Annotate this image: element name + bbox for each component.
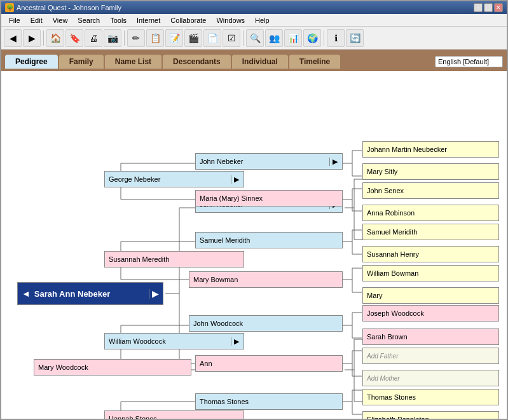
home-button[interactable]: 🏠 [46,29,64,47]
menu-view[interactable]: View [48,16,73,25]
gen4-3[interactable]: Anna Robinson [362,205,499,221]
close-button[interactable]: ✕ [494,3,503,12]
info-button[interactable]: ℹ [327,29,345,47]
menu-edit[interactable]: Edit [25,16,48,25]
gen4-7[interactable]: Mary [362,287,499,304]
gen4-13-name: Elizabeth Poppleton [367,416,429,419]
gen4-8[interactable]: Joseph Woodcock [362,305,499,322]
gen3-6-name: Thomas Stones [200,398,249,405]
app-window: 🌳 Ancestral Quest - Johnson Family − □ ✕… [0,0,508,420]
main-content: ◄ Sarah Ann Nebeker ▶ John Nebeker ▶ Mar… [1,71,507,419]
menu-collaborate[interactable]: Collaborate [165,16,211,25]
root-person[interactable]: ◄ Sarah Ann Nebeker ▶ [17,282,163,305]
gen3-5[interactable]: Ann [195,355,343,372]
forward-button[interactable]: ▶ [23,29,41,47]
sync-button[interactable]: 🔄 [346,29,364,47]
root-name: Sarah Ann Nebeker [34,289,110,299]
gen3-6[interactable]: Thomas Stones [195,393,343,410]
tab-namelist[interactable]: Name List [105,55,161,69]
camera-button[interactable]: 📷 [104,29,121,47]
gen3-4-name: John Woodcock [193,320,243,327]
pedigree-chart: ◄ Sarah Ann Nebeker ▶ John Nebeker ▶ Mar… [8,78,504,419]
app-icon: 🌳 [5,3,14,12]
tab-family[interactable]: Family [59,55,104,69]
gen3-5-name: Ann [200,360,212,367]
nav-arrow-left[interactable]: ◄ [22,288,31,299]
maximize-button[interactable]: □ [484,3,493,12]
gen4-4-name: Samuel Meridith [367,228,417,236]
gen4-1[interactable]: Mary Sitly [362,163,499,180]
gen3-0[interactable]: John Nebeker ▶ [195,153,343,170]
minimize-button[interactable]: − [474,3,483,12]
language-select[interactable]: English [Default] [435,56,503,67]
toolbar-separator-1 [43,30,44,46]
gen3-0-name: John Nebeker [200,158,244,165]
edit-button[interactable]: ✏ [127,29,145,47]
gen2-susannah[interactable]: Susannah Meredith [104,251,244,268]
tab-timeline[interactable]: Timeline [289,55,340,69]
gen4-11[interactable]: Add Mother [362,370,499,386]
menu-tools[interactable]: Tools [105,16,132,25]
gen4-12-name: Thomas Stones [367,393,416,401]
menu-search[interactable]: Search [72,16,105,25]
bookmark-button[interactable]: 🔖 [65,29,83,47]
window-title: Ancestral Quest - Johnson Family [17,4,121,11]
todo-button[interactable]: ☑ [223,29,240,47]
gen3-1[interactable]: Maria (Mary) Sinnex [195,190,343,207]
tab-individual[interactable]: Individual [232,55,288,69]
title-bar: 🌳 Ancestral Quest - Johnson Family − □ ✕ [1,1,507,14]
gen4-5-name: Susannah Henry [367,250,419,258]
gen4-7-name: Mary [367,292,382,299]
menu-internet[interactable]: Internet [132,16,165,25]
gen3-3[interactable]: Mary Bowman [189,271,343,288]
gen4-6[interactable]: William Bowman [362,265,499,281]
gen4-9[interactable]: Sarah Brown [362,329,499,345]
people-button[interactable]: 👥 [265,29,283,47]
report-button[interactable]: 📊 [284,29,302,47]
gen3-4[interactable]: John Woodcock [189,315,343,332]
gen4-13[interactable]: Elizabeth Poppleton [362,411,499,419]
gen3-2[interactable]: Samuel Meridith [195,232,343,248]
toolbar-separator-2 [124,30,125,46]
gen2-george[interactable]: George Nebeker ▶ [104,171,244,187]
menu-bar: File Edit View Search Tools Internet Col… [1,14,507,27]
tab-descendants[interactable]: Descendants [163,55,231,69]
gen4-0-name: Johann Martin Neubecker [367,146,447,153]
menu-help[interactable]: Help [250,16,275,25]
gen4-1-name: Mary Sitly [367,168,397,175]
gen2-1-name: Susannah Meredith [109,255,169,263]
gen3-2-name: Samuel Meridith [200,236,250,244]
tab-pedigree[interactable]: Pedigree [5,55,58,69]
copy-button[interactable]: 📋 [146,29,164,47]
search-button[interactable]: 🔍 [246,29,264,47]
print-button[interactable]: 🖨 [85,29,102,47]
gen3-1-name: Maria (Mary) Sinnex [200,194,263,202]
gen2-hannah[interactable]: Hannah Stones [104,410,244,419]
tab-bar: Pedigree Family Name List Descendants In… [1,50,507,71]
gen4-12[interactable]: Thomas Stones [362,389,499,405]
gen4-10-name: Add Father [367,353,398,360]
gen4-9-name: Sarah Brown [367,333,408,341]
window-controls[interactable]: − □ ✕ [474,3,503,12]
gen4-11-name: Add Mother [367,375,400,382]
world-button[interactable]: 🌍 [303,29,321,47]
back-button[interactable]: ◀ [4,29,22,47]
menu-windows[interactable]: Windows [211,16,250,25]
gen4-5[interactable]: Susannah Henry [362,246,499,262]
gen1-bottom[interactable]: Mary Woodcock [34,359,191,376]
media-button[interactable]: 🎬 [184,29,202,47]
toolbar-separator-4 [324,30,324,46]
note-button[interactable]: 📝 [165,29,183,47]
gen4-0[interactable]: Johann Martin Neubecker [362,141,499,158]
gen4-4[interactable]: Samuel Meridith [362,224,499,240]
gen3-3-name: Mary Bowman [193,276,238,283]
gen4-8-name: Joseph Woodcock [367,309,424,317]
toolbar-separator-3 [243,30,244,46]
gen4-10[interactable]: Add Father [362,348,499,364]
gen2-2-name: William Woodcock [109,337,166,345]
menu-file[interactable]: File [4,16,25,25]
gen4-2[interactable]: John Senex [362,182,499,199]
gen2-william[interactable]: William Woodcock ▶ [104,333,244,349]
source-button[interactable]: 📄 [203,29,221,47]
root-arrow-right: ▶ [149,289,159,299]
